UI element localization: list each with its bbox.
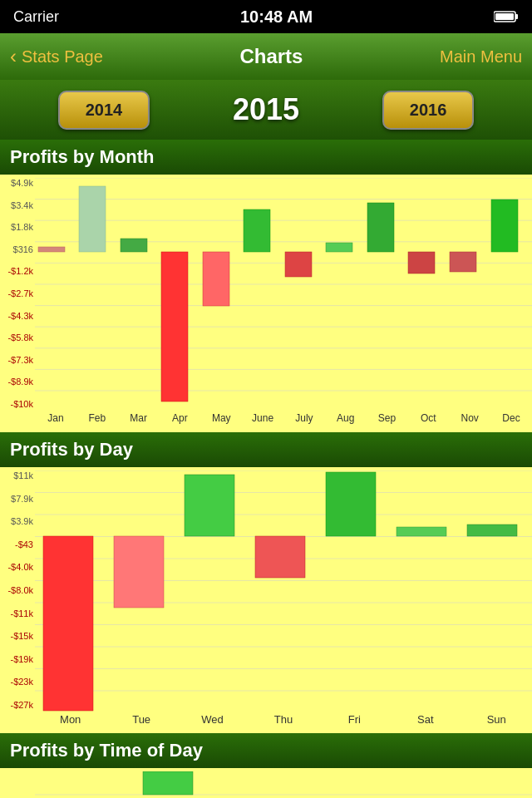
svg-rect-19 — [244, 209, 270, 252]
y-label: -$4.3k — [0, 311, 33, 321]
x-label: May — [200, 412, 242, 424]
chart3-title: Profits by Time of Day — [10, 740, 203, 761]
profits-by-month-header: Profits by Month — [0, 140, 532, 175]
svg-rect-16 — [121, 239, 147, 252]
y-label: -$10k — [0, 399, 33, 409]
svg-rect-41 — [326, 472, 376, 536]
y-label: -$1.2k — [0, 266, 33, 276]
profits-by-day-section: Profits by Day $11k $7.9k $3.9k -$43 -$4… — [0, 432, 532, 733]
svg-rect-2 — [495, 13, 514, 20]
x-label: Thu — [248, 713, 318, 726]
y-label: $7.9k — [0, 494, 33, 504]
nav-bar: ‹ Stats Page Charts Main Menu — [0, 33, 532, 80]
x-label: Aug — [325, 412, 367, 424]
chart1-svg — [35, 178, 532, 412]
svg-rect-25 — [491, 200, 518, 252]
svg-rect-45 — [143, 771, 193, 795]
profits-by-day-header: Profits by Day — [0, 432, 532, 467]
y-label: -$43 — [0, 539, 33, 549]
svg-rect-18 — [203, 252, 229, 306]
x-label: Mar — [118, 412, 160, 424]
carrier-label: Carrier — [13, 8, 59, 26]
svg-rect-37 — [43, 536, 93, 711]
y-label: -$8.0k — [0, 585, 33, 595]
x-label: Nov — [449, 412, 490, 424]
y-label: -$15k — [0, 631, 33, 641]
profits-by-time-chart — [0, 768, 532, 798]
status-bar: Carrier 10:48 AM — [0, 0, 532, 33]
y-label: -$19k — [0, 654, 33, 664]
x-label: Sun — [461, 713, 532, 726]
y-label: $1.8k — [0, 222, 33, 232]
year-selector: 2014 2015 2016 — [0, 80, 532, 140]
svg-rect-14 — [38, 247, 65, 252]
y-label: -$8.9k — [0, 377, 33, 387]
x-label: June — [242, 412, 283, 424]
svg-rect-21 — [326, 243, 352, 252]
prev-year-button[interactable]: 2014 — [58, 91, 150, 130]
x-label: Feb — [76, 412, 118, 424]
y-label: -$7.3k — [0, 355, 33, 365]
y-label: -$23k — [0, 677, 33, 687]
svg-rect-43 — [467, 525, 517, 536]
x-label: Jan — [35, 412, 76, 424]
chart3-svg — [35, 771, 532, 798]
x-label: Fri — [319, 713, 390, 726]
battery-icon — [494, 10, 519, 23]
y-label: -$5.8k — [0, 332, 33, 342]
status-icons — [494, 10, 519, 23]
svg-rect-20 — [285, 252, 312, 277]
x-label: Apr — [159, 412, 200, 424]
y-label: $3.9k — [0, 516, 33, 526]
x-label: Mon — [35, 713, 106, 726]
profits-by-month-section: Profits by Month $4.9k $3.4k $1.8k $316 … — [0, 140, 532, 432]
svg-rect-40 — [255, 536, 305, 578]
x-label: Tue — [106, 713, 176, 726]
chart2-x-labels: Mon Tue Wed Thu Fri Sat Sun — [35, 713, 532, 726]
y-label: $4.9k — [0, 178, 33, 188]
x-label: Dec — [490, 412, 532, 424]
y-label: -$2.7k — [0, 288, 33, 298]
profits-by-day-chart: $11k $7.9k $3.9k -$43 -$4.0k -$8.0k -$11… — [0, 467, 532, 733]
x-label: Sat — [390, 713, 461, 726]
svg-rect-24 — [450, 252, 476, 272]
back-button[interactable]: ‹ Stats Page — [10, 45, 103, 68]
y-label: $3.4k — [0, 200, 33, 210]
time-label: 10:48 AM — [240, 7, 313, 27]
svg-rect-1 — [515, 14, 518, 19]
chart1-x-labels: Jan Feb Mar Apr May June July Aug Sep Oc… — [35, 412, 532, 424]
y-label: -$27k — [0, 700, 33, 710]
chart1-title: Profits by Month — [10, 146, 155, 167]
x-label: Wed — [177, 713, 248, 726]
current-year: 2015 — [233, 92, 299, 127]
svg-rect-15 — [79, 186, 106, 252]
y-label: -$4.0k — [0, 562, 33, 572]
x-label: Oct — [407, 412, 449, 424]
y-label: -$11k — [0, 608, 33, 618]
profits-by-month-chart: $4.9k $3.4k $1.8k $316 -$1.2k -$2.7k -$4… — [0, 175, 532, 432]
svg-rect-22 — [367, 203, 394, 252]
svg-rect-23 — [408, 252, 435, 273]
chart2-title: Profits by Day — [10, 439, 133, 460]
svg-rect-39 — [185, 475, 234, 536]
profits-by-time-header: Profits by Time of Day — [0, 733, 532, 768]
profits-by-time-section: Profits by Time of Day — [0, 733, 532, 798]
svg-rect-42 — [397, 527, 446, 536]
next-year-button[interactable]: 2016 — [382, 91, 474, 130]
back-label: Stats Page — [22, 47, 103, 66]
main-menu-button[interactable]: Main Menu — [440, 47, 522, 66]
page-title: Charts — [239, 45, 303, 68]
x-label: July — [283, 412, 325, 424]
svg-rect-17 — [161, 252, 188, 401]
y-label: $316 — [0, 244, 33, 254]
svg-rect-38 — [114, 536, 164, 608]
y-label: $11k — [0, 470, 33, 480]
chart2-svg — [35, 470, 532, 713]
x-label: Sep — [367, 412, 408, 424]
